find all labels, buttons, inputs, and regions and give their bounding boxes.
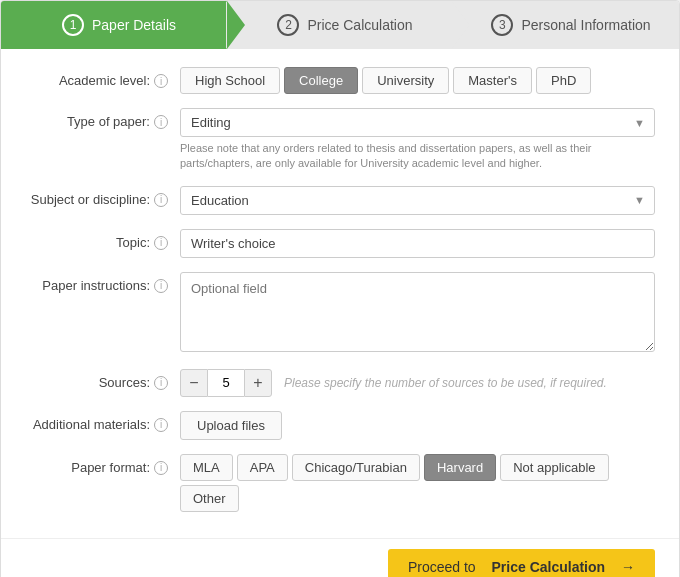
type-of-paper-select-wrapper: Editing Essay Research Paper Thesis Diss… (180, 108, 655, 137)
academic-level-controls: High School College University Master's … (180, 67, 655, 94)
topic-row: Topic: i (25, 229, 655, 258)
upload-files-button[interactable]: Upload files (180, 411, 282, 440)
step-3-number: 3 (491, 14, 513, 36)
step-2-number: 2 (277, 14, 299, 36)
type-of-paper-controls: Editing Essay Research Paper Thesis Diss… (180, 108, 655, 172)
topic-label-text: Topic: (116, 235, 150, 250)
subject-discipline-row: Subject or discipline: i Education Engli… (25, 186, 655, 215)
paper-instructions-row: Paper instructions: i (25, 272, 655, 355)
paper-instructions-label: Paper instructions: i (25, 272, 180, 293)
topic-info-icon[interactable]: i (154, 236, 168, 250)
subject-discipline-label: Subject or discipline: i (25, 186, 180, 207)
additional-materials-label: Additional materials: i (25, 411, 180, 432)
paper-instructions-textarea[interactable] (180, 272, 655, 352)
type-of-paper-helper: Please note that any orders related to t… (180, 141, 655, 172)
step-2-label: Price Calculation (307, 17, 412, 33)
proceed-arrow: → (621, 559, 635, 575)
sources-info-icon[interactable]: i (154, 376, 168, 390)
sources-hint: Please specify the number of sources to … (284, 376, 607, 390)
proceed-bold: Price Calculation (492, 559, 606, 575)
format-btn-not-applicable[interactable]: Not applicable (500, 454, 608, 481)
type-of-paper-label: Type of paper: i (25, 108, 180, 129)
format-btn-chicago-turabian[interactable]: Chicago/Turabian (292, 454, 420, 481)
sources-label: Sources: i (25, 369, 180, 390)
paper-instructions-label-text: Paper instructions: (42, 278, 150, 293)
step-1-paper-details[interactable]: 1 Paper Details (1, 1, 227, 49)
sources-controls: − 5 + Please specify the number of sourc… (180, 369, 655, 397)
form-area: Academic level: i High School College Un… (1, 49, 679, 538)
type-of-paper-label-text: Type of paper: (67, 114, 150, 129)
step-2-price-calculation[interactable]: 2 Price Calculation (227, 1, 453, 49)
type-of-paper-info-icon[interactable]: i (154, 115, 168, 129)
sources-increment-button[interactable]: + (244, 369, 272, 397)
paper-instructions-info-icon[interactable]: i (154, 279, 168, 293)
academic-level-buttons: High School College University Master's … (180, 67, 655, 94)
level-btn-phd[interactable]: PhD (536, 67, 591, 94)
format-btn-harvard[interactable]: Harvard (424, 454, 496, 481)
type-of-paper-row: Type of paper: i Editing Essay Research … (25, 108, 655, 172)
paper-format-label-text: Paper format: (71, 460, 150, 475)
sources-stepper: − 5 + (180, 369, 272, 397)
academic-level-label: Academic level: i (25, 67, 180, 88)
additional-materials-info-icon[interactable]: i (154, 418, 168, 432)
level-btn-college[interactable]: College (284, 67, 358, 94)
steps-header: 1 Paper Details 2 Price Calculation 3 Pe… (1, 1, 679, 49)
proceed-text: Proceed to (408, 559, 476, 575)
level-btn-high-school[interactable]: High School (180, 67, 280, 94)
subject-discipline-select-wrapper: Education English Mathematics History Sc… (180, 186, 655, 215)
format-btn-other[interactable]: Other (180, 485, 239, 512)
step-3-label: Personal Information (521, 17, 650, 33)
academic-level-row: Academic level: i High School College Un… (25, 67, 655, 94)
topic-label: Topic: i (25, 229, 180, 250)
sources-value: 5 (208, 369, 244, 397)
topic-input[interactable] (180, 229, 655, 258)
sources-row: Sources: i − 5 + Please specify the numb… (25, 369, 655, 397)
paper-format-row: Paper format: i MLA APA Chicago/Turabian… (25, 454, 655, 512)
paper-format-buttons: MLA APA Chicago/Turabian Harvard Not app… (180, 454, 655, 512)
step-3-personal-information[interactable]: 3 Personal Information (453, 1, 679, 49)
format-btn-apa[interactable]: APA (237, 454, 288, 481)
step-1-label: Paper Details (92, 17, 176, 33)
subject-discipline-info-icon[interactable]: i (154, 193, 168, 207)
level-btn-masters[interactable]: Master's (453, 67, 532, 94)
academic-level-info-icon[interactable]: i (154, 74, 168, 88)
paper-format-label: Paper format: i (25, 454, 180, 475)
academic-level-label-text: Academic level: (59, 73, 150, 88)
subject-discipline-select[interactable]: Education English Mathematics History Sc… (180, 186, 655, 215)
additional-materials-row: Additional materials: i Upload files (25, 411, 655, 440)
sources-decrement-button[interactable]: − (180, 369, 208, 397)
paper-instructions-controls (180, 272, 655, 355)
type-of-paper-select[interactable]: Editing Essay Research Paper Thesis Diss… (180, 108, 655, 137)
paper-format-controls: MLA APA Chicago/Turabian Harvard Not app… (180, 454, 655, 512)
step-1-number: 1 (62, 14, 84, 36)
additional-materials-label-text: Additional materials: (33, 417, 150, 432)
form-footer: Proceed to Price Calculation → (1, 538, 679, 577)
level-btn-university[interactable]: University (362, 67, 449, 94)
proceed-button[interactable]: Proceed to Price Calculation → (388, 549, 655, 577)
subject-discipline-label-text: Subject or discipline: (31, 192, 150, 207)
topic-controls (180, 229, 655, 258)
main-container: 1 Paper Details 2 Price Calculation 3 Pe… (0, 0, 680, 577)
paper-format-info-icon[interactable]: i (154, 461, 168, 475)
sources-label-text: Sources: (99, 375, 150, 390)
additional-materials-controls: Upload files (180, 411, 655, 440)
sources-stepper-area: − 5 + Please specify the number of sourc… (180, 369, 655, 397)
format-btn-mla[interactable]: MLA (180, 454, 233, 481)
subject-discipline-controls: Education English Mathematics History Sc… (180, 186, 655, 215)
